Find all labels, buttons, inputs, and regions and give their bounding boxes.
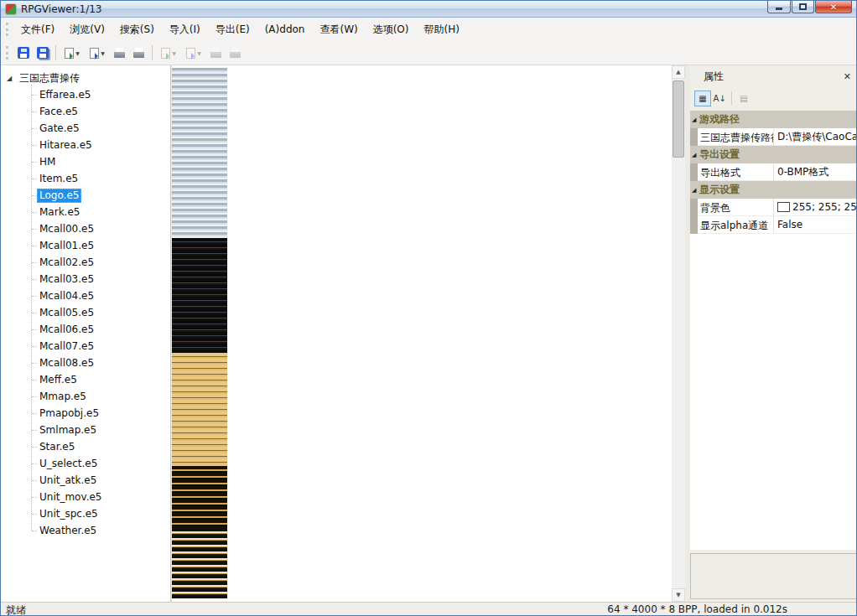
alphabetical-sort-button[interactable]: A↓ <box>711 91 728 106</box>
property-row-export-format[interactable]: 导出格式 0-BMP格式 <box>690 163 857 181</box>
menu-file[interactable]: 文件(F) <box>13 18 62 41</box>
tree-item[interactable]: HM <box>1 153 170 170</box>
row-marker <box>690 163 698 181</box>
tree-item[interactable]: Mcall05.e5 <box>1 304 170 321</box>
categorized-view-button[interactable]: ▦ <box>694 91 711 106</box>
expander-icon[interactable]: ◢ <box>7 70 12 87</box>
image-viewer-panel: ▲ ▼ <box>172 65 685 602</box>
properties-panel: 属性 ✕ ▦ A↓ ▤ ◢ 游戏路径 三国志曹操传路径 D:\曹操传\CaoCa <box>690 65 857 602</box>
printer-icon <box>210 48 221 58</box>
import-dropdown-button[interactable]: ▼ <box>60 44 85 62</box>
tree-item[interactable]: Mcall08.e5 <box>1 355 170 371</box>
tree-item[interactable]: Pmapobj.e5 <box>1 405 170 422</box>
window-title: RPGViewer:1/13 <box>21 3 101 15</box>
next-dropdown-button[interactable]: ▼ <box>181 44 206 62</box>
property-value[interactable]: False <box>774 216 857 234</box>
tree-item[interactable]: Weather.e5 <box>1 522 170 539</box>
toolbar-grip-icon <box>6 46 8 60</box>
row-marker <box>690 216 698 234</box>
menu-search[interactable]: 搜索(S) <box>112 18 162 41</box>
properties-header: 属性 ✕ <box>690 65 857 87</box>
app-icon <box>6 4 16 14</box>
preview-segment <box>172 466 227 529</box>
menu-export[interactable]: 导出(E) <box>208 18 257 41</box>
tree-item[interactable]: Gate.e5 <box>1 120 170 137</box>
menu-options[interactable]: 选项(O) <box>366 18 417 41</box>
tree-root-node[interactable]: ◢ 三国志曹操传 <box>1 70 170 86</box>
tree-root-label: 三国志曹操传 <box>19 72 80 84</box>
tree-item-selected[interactable]: Logo.e5 <box>1 187 170 204</box>
color-swatch <box>777 202 790 212</box>
category-display-settings[interactable]: ◢ 显示设置 <box>690 181 857 199</box>
print-all-button[interactable] <box>129 44 148 62</box>
preview-segment <box>172 238 227 353</box>
tree-item[interactable]: Effarea.e5 <box>1 86 170 103</box>
menu-help[interactable]: 帮助(H) <box>417 18 467 41</box>
print-button[interactable] <box>110 44 129 62</box>
menu-browse[interactable]: 浏览(V) <box>62 18 112 41</box>
tree-item[interactable]: Face.e5 <box>1 103 170 120</box>
property-row-background-color[interactable]: 背景色 255; 255; 255 <box>690 199 857 216</box>
printer-icon <box>230 48 241 58</box>
row-marker <box>690 199 698 216</box>
tree-item[interactable]: Unit_atk.e5 <box>1 472 170 489</box>
maximize-button[interactable] <box>792 1 814 13</box>
category-export-settings[interactable]: ◢ 导出设置 <box>690 146 857 163</box>
prev-icon <box>161 48 170 59</box>
tree-item[interactable]: Smlmap.e5 <box>1 422 170 438</box>
scrollbar-thumb[interactable] <box>673 80 684 158</box>
property-key: 导出格式 <box>698 163 774 181</box>
menu-view[interactable]: 查看(W) <box>312 18 365 41</box>
vertical-scrollbar[interactable]: ▲ ▼ <box>672 65 685 602</box>
tree-item[interactable]: Mcall04.e5 <box>1 287 170 304</box>
extra-tool-button-2[interactable] <box>226 44 245 62</box>
menubar: 文件(F) 浏览(V) 搜索(S) 导入(I) 导出(E) (A)ddon 查看… <box>1 18 856 41</box>
save-all-button[interactable] <box>33 44 52 62</box>
titlebar: RPGViewer:1/13 ✕ <box>1 1 856 18</box>
tree-item[interactable]: Mark.e5 <box>1 204 170 220</box>
minimize-icon <box>776 8 782 10</box>
tree-item[interactable]: Meff.e5 <box>1 371 170 388</box>
property-value[interactable]: 255; 255; 255 <box>774 199 857 216</box>
minimize-button[interactable] <box>767 1 791 13</box>
menu-addon[interactable]: (A)ddon <box>257 19 313 39</box>
tree-item[interactable]: Star.e5 <box>1 438 170 455</box>
properties-title: 属性 <box>704 70 724 84</box>
tree-item[interactable]: Mcall00.e5 <box>1 220 170 237</box>
import-icon <box>65 48 74 59</box>
property-value[interactable]: D:\曹操传\CaoCa <box>774 128 857 146</box>
toolbar-separator <box>152 45 153 60</box>
property-row-show-alpha[interactable]: 显示alpha通道 False <box>690 216 857 234</box>
properties-close-button[interactable]: ✕ <box>844 71 851 82</box>
tree-item[interactable]: Mcall03.e5 <box>1 271 170 287</box>
tree-items: Effarea.e5 Face.e5 Gate.e5 Hitarea.e5 HM… <box>1 86 170 539</box>
export-dropdown-button[interactable]: ▼ <box>85 44 110 62</box>
menu-import[interactable]: 导入(I) <box>162 18 208 41</box>
tree-item[interactable]: Mmap.e5 <box>1 388 170 405</box>
tree-item[interactable]: Mcall02.e5 <box>1 254 170 271</box>
save-icon <box>18 47 29 59</box>
extra-tool-button-1[interactable] <box>206 44 226 62</box>
save-button[interactable] <box>13 44 33 62</box>
tree-item[interactable]: Unit_mov.e5 <box>1 489 170 505</box>
prev-dropdown-button[interactable]: ▼ <box>156 44 181 62</box>
expander-icon: ◢ <box>690 187 699 194</box>
tree-item[interactable]: Mcall01.e5 <box>1 237 170 254</box>
close-button[interactable]: ✕ <box>815 1 852 13</box>
scroll-up-icon: ▲ <box>676 69 680 75</box>
status-ready-text: 就绪 <box>6 603 26 616</box>
tree-item[interactable]: Mcall06.e5 <box>1 321 170 338</box>
tree-item[interactable]: Hitarea.e5 <box>1 137 170 153</box>
tree-item[interactable]: Item.e5 <box>1 170 170 187</box>
property-pages-button[interactable]: ▤ <box>735 91 752 106</box>
tree-item[interactable]: Unit_spc.e5 <box>1 505 170 522</box>
category-game-path[interactable]: ◢ 游戏路径 <box>690 111 857 128</box>
property-description-box <box>690 553 857 599</box>
scroll-down-button[interactable]: ▼ <box>672 588 685 602</box>
tree-item[interactable]: Mcall07.e5 <box>1 338 170 355</box>
status-image-info: 64 * 4000 * 8 BPP, loaded in 0.012s <box>607 603 787 615</box>
scroll-up-button[interactable]: ▲ <box>672 65 685 79</box>
property-value[interactable]: 0-BMP格式 <box>774 163 857 181</box>
tree-item[interactable]: U_select.e5 <box>1 455 170 472</box>
property-row-game-path[interactable]: 三国志曹操传路径 D:\曹操传\CaoCa <box>690 128 857 146</box>
